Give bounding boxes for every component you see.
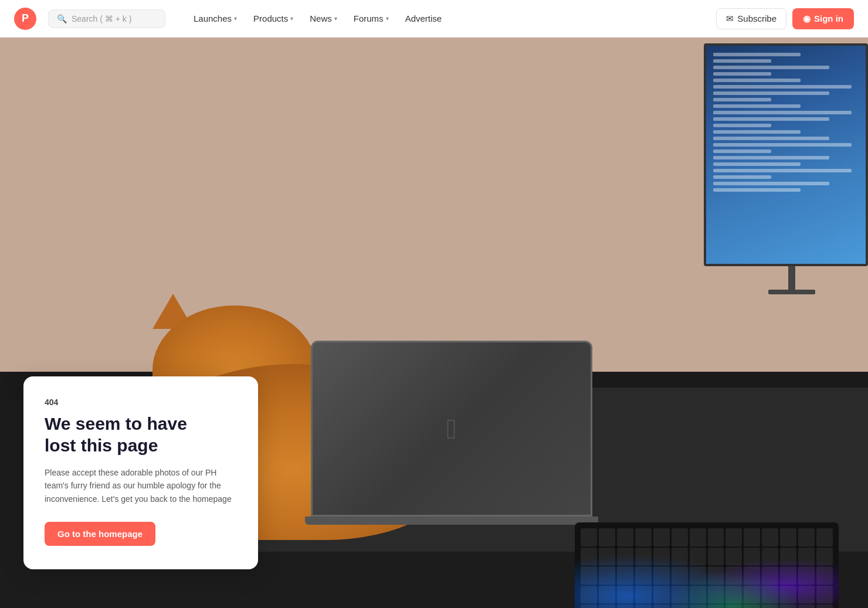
subscribe-icon: ✉ xyxy=(726,13,734,24)
monitor-line xyxy=(713,98,771,101)
monitor-line xyxy=(713,188,801,192)
error-card: 404 We seem to have lost this page Pleas… xyxy=(23,376,258,569)
key xyxy=(780,586,796,603)
apple-logo-icon:  xyxy=(446,413,457,445)
search-placeholder: Search ( ⌘ + k ) xyxy=(72,14,131,23)
go-to-homepage-button[interactable]: Go to the homepage xyxy=(45,522,155,546)
subscribe-button[interactable]: ✉ Subscribe xyxy=(716,8,786,29)
nav-link-news[interactable]: News ▾ xyxy=(303,9,344,28)
key xyxy=(708,548,724,565)
laptop-base xyxy=(305,517,598,525)
key xyxy=(581,604,597,608)
monitor-line xyxy=(713,79,801,82)
key xyxy=(599,604,615,608)
key xyxy=(725,528,742,546)
monitor-line xyxy=(713,59,771,63)
monitor-line xyxy=(713,111,852,114)
site-logo[interactable]: P xyxy=(14,8,36,30)
key xyxy=(653,548,670,565)
key xyxy=(762,548,778,565)
key xyxy=(581,586,597,603)
nav-link-label: News xyxy=(310,13,332,23)
key xyxy=(635,548,652,565)
monitor-line xyxy=(713,130,801,134)
key xyxy=(672,548,688,565)
key xyxy=(599,528,615,546)
key xyxy=(762,586,778,603)
search-bar[interactable]: 🔍 Search ( ⌘ + k ) xyxy=(48,9,165,28)
key xyxy=(798,604,815,608)
key xyxy=(653,528,670,546)
nav-link-launches[interactable]: Launches ▾ xyxy=(187,9,244,28)
monitor-line xyxy=(713,53,801,56)
key xyxy=(599,586,615,603)
monitor-line xyxy=(713,182,829,185)
chevron-down-icon: ▾ xyxy=(234,15,237,22)
key xyxy=(672,586,688,603)
key xyxy=(816,586,833,603)
key xyxy=(635,604,652,608)
key xyxy=(780,548,796,565)
navbar: P 🔍 Search ( ⌘ + k ) Launches ▾ Products… xyxy=(0,0,868,38)
monitor-line xyxy=(713,66,829,69)
key xyxy=(798,548,815,565)
key xyxy=(617,604,633,608)
key xyxy=(725,586,742,603)
homepage-button-label: Go to the homepage xyxy=(57,529,143,539)
key xyxy=(581,528,597,546)
error-code: 404 xyxy=(45,398,237,407)
key xyxy=(780,566,796,584)
key xyxy=(762,528,778,546)
key xyxy=(635,586,652,603)
error-title-text: We seem to have lost this page xyxy=(45,414,187,456)
key xyxy=(635,566,652,584)
key xyxy=(816,528,833,546)
nav-link-label: Products xyxy=(253,13,288,23)
key xyxy=(780,604,796,608)
key xyxy=(744,548,760,565)
monitor-screen xyxy=(704,43,868,266)
key xyxy=(690,586,706,603)
monitor-illustration xyxy=(704,43,868,290)
search-icon: 🔍 xyxy=(57,14,67,23)
key xyxy=(744,586,760,603)
subscribe-label: Subscribe xyxy=(737,13,777,23)
laptop-illustration:  xyxy=(311,341,592,540)
monitor-line xyxy=(713,150,771,153)
key xyxy=(690,528,706,546)
keyboard-illustration xyxy=(575,522,839,608)
key xyxy=(672,604,688,608)
monitor-line xyxy=(713,162,801,166)
key xyxy=(599,566,615,584)
key xyxy=(653,586,670,603)
nav-link-products[interactable]: Products ▾ xyxy=(246,9,300,28)
key xyxy=(725,604,742,608)
key xyxy=(780,528,796,546)
monitor-line xyxy=(713,104,801,108)
nav-link-advertise[interactable]: Advertise xyxy=(398,9,449,28)
key xyxy=(672,566,688,584)
monitor-stand-base xyxy=(768,290,815,294)
monitor-line xyxy=(713,117,829,121)
key xyxy=(762,566,778,584)
logo-letter: P xyxy=(22,12,29,25)
laptop-screen:  xyxy=(311,341,592,517)
nav-links: Launches ▾ Products ▾ News ▾ Forums ▾ Ad… xyxy=(187,9,449,28)
key xyxy=(672,528,688,546)
nav-link-forums[interactable]: Forums ▾ xyxy=(347,9,396,28)
signin-icon: ◉ xyxy=(803,13,811,24)
key xyxy=(708,604,724,608)
key xyxy=(816,548,833,565)
monitor-content xyxy=(711,50,861,194)
signin-button[interactable]: ◉ Sign in xyxy=(792,8,854,29)
key xyxy=(725,566,742,584)
key xyxy=(617,548,633,565)
key xyxy=(690,548,706,565)
key xyxy=(744,566,760,584)
monitor-line xyxy=(713,156,829,159)
key xyxy=(617,528,633,546)
key xyxy=(798,586,815,603)
key xyxy=(816,566,833,584)
error-title: We seem to have lost this page xyxy=(45,413,237,457)
key xyxy=(762,604,778,608)
